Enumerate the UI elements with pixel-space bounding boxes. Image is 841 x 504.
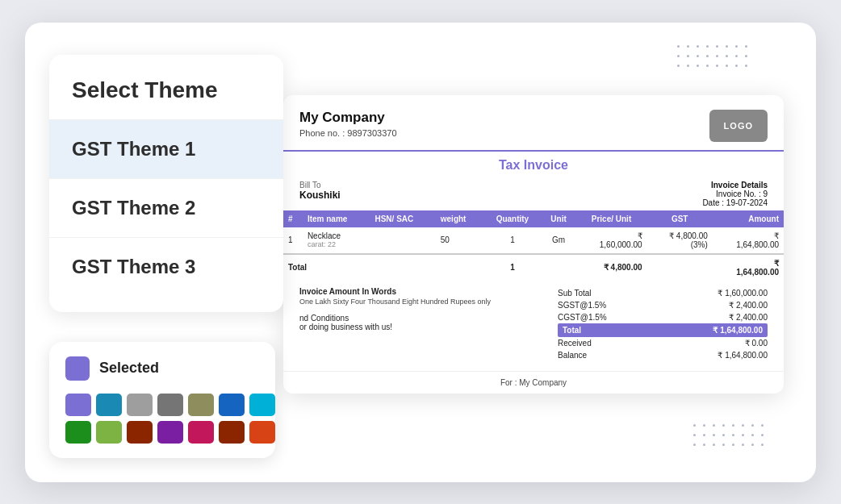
color-swatch-9[interactable]: [127, 421, 153, 444]
dots-bottom-right: [693, 424, 768, 450]
received-label: Received: [558, 339, 592, 348]
total-gst: [647, 254, 713, 281]
table-header-row: # Item name HSN/ SAC weight Quantity Uni…: [283, 210, 784, 227]
subtotal-label: Sub Total: [558, 289, 592, 298]
balance-value: ₹ 1,64,800.00: [718, 351, 768, 360]
color-swatch-2[interactable]: [127, 394, 153, 416]
col-item: Item name: [303, 210, 370, 227]
color-swatch-11[interactable]: [188, 421, 214, 444]
total-amount: ₹1,64,800.00: [713, 254, 784, 281]
color-swatch-1[interactable]: [96, 394, 122, 416]
cell-qty: 1: [483, 227, 541, 254]
terms-section: nd Conditions or doing business with us!: [299, 314, 558, 331]
company-name: My Company: [299, 110, 397, 126]
col-qty: Quantity: [483, 210, 541, 227]
cgst-row: CGST@1.5% ₹ 2,400.00: [558, 311, 768, 323]
terms-text: or doing business with us!: [299, 323, 558, 331]
cgst-value: ₹ 2,400.00: [729, 313, 768, 322]
cell-price: ₹1,60,000.00: [575, 227, 646, 254]
cell-gst: ₹ 4,800.00(3%): [647, 227, 713, 254]
cell-amount: ₹1,64,800.00: [713, 227, 784, 254]
bill-to-name: Koushiki: [299, 190, 341, 201]
cell-num: 1: [283, 227, 303, 254]
color-swatch-4[interactable]: [188, 394, 214, 416]
sgst-value: ₹ 2,400.00: [729, 301, 768, 310]
color-swatch-6[interactable]: [249, 394, 275, 416]
summary-right: Sub Total ₹ 1,60,000.00 SGST@1.5% ₹ 2,40…: [558, 287, 768, 361]
invoice-title: Tax Invoice: [283, 152, 784, 177]
item-sub: carat: 22: [308, 240, 366, 248]
color-swatch-10[interactable]: [157, 421, 183, 444]
balance-row: Balance ₹ 1,64,800.00: [558, 349, 768, 361]
cell-unit: Gm: [542, 227, 576, 254]
dots-top-right: // Will be generated inline: [677, 45, 751, 71]
invoice-summary: Invoice Amount In Words One Lakh Sixty F…: [283, 281, 784, 368]
subtotal-value: ₹ 1,60,000.00: [718, 289, 768, 298]
company-info: My Company Phone no. : 9897303370: [299, 110, 397, 138]
logo-box: LOGO: [709, 110, 768, 142]
selected-row: Selected: [65, 356, 259, 381]
bill-to-label: Bill To: [299, 181, 341, 190]
subtotal-row: Sub Total ₹ 1,60,000.00: [558, 287, 768, 299]
col-unit: Unit: [542, 210, 576, 227]
col-amount: Amount: [713, 210, 784, 227]
sgst-label: SGST@1.5%: [558, 301, 606, 310]
invoice-card: My Company Phone no. : 9897303370 LOGO T…: [283, 95, 784, 394]
total-qty: 1: [483, 254, 541, 281]
color-swatch-13[interactable]: [249, 421, 275, 444]
invoice-table: # Item name HSN/ SAC weight Quantity Uni…: [283, 210, 784, 281]
color-grid: [65, 394, 259, 444]
balance-label: Balance: [558, 351, 587, 360]
selected-label: Selected: [99, 360, 159, 377]
col-weight: weight: [436, 210, 483, 227]
main-container: // Will be generated inline Select Theme…: [25, 23, 816, 482]
cell-item: Necklace carat: 22: [303, 227, 370, 254]
invoice-date: Date : 19-07-2024: [702, 198, 768, 207]
color-swatch-3[interactable]: [157, 394, 183, 416]
selected-swatch: [65, 356, 90, 381]
invoice-details-label: Invoice Details: [702, 181, 768, 190]
color-swatch-12[interactable]: [219, 421, 245, 444]
total-row: Total 1 ₹ 4,800.00 ₹1,64,800.00: [283, 254, 784, 281]
color-swatch-8[interactable]: [96, 421, 122, 444]
theme-panel-title: Select Theme: [49, 77, 283, 119]
total-label: Total: [283, 254, 483, 281]
company-phone: Phone no. : 9897303370: [299, 128, 397, 138]
col-num: #: [283, 210, 303, 227]
theme-panel: Select Theme GST Theme 1 GST Theme 2 GST…: [49, 55, 283, 312]
received-value: ₹ 0.00: [745, 339, 768, 348]
total-price: ₹ 4,800.00: [575, 254, 646, 281]
total-highlighted-row: Total ₹ 1,64,800.00: [558, 323, 768, 337]
color-swatch-5[interactable]: [219, 394, 245, 416]
color-swatch-7[interactable]: [65, 421, 91, 444]
total-hl-label: Total: [563, 326, 581, 335]
color-panel: Selected: [49, 342, 275, 458]
bill-to-section: Bill To Koushiki: [299, 181, 341, 207]
cell-weight: 50: [436, 227, 483, 254]
total-hl-value: ₹ 1,64,800.00: [713, 326, 763, 335]
theme-item-1[interactable]: GST Theme 1: [49, 119, 283, 178]
cgst-label: CGST@1.5%: [558, 313, 607, 322]
invoice-footer: For : My Company: [283, 371, 784, 394]
summary-left: Invoice Amount In Words One Lakh Sixty F…: [299, 287, 558, 361]
invoice-bill-row: Bill To Koushiki Invoice Details Invoice…: [283, 177, 784, 210]
invoice-header: My Company Phone no. : 9897303370 LOGO: [283, 95, 784, 152]
received-row: Received ₹ 0.00: [558, 337, 768, 349]
sgst-row: SGST@1.5% ₹ 2,400.00: [558, 299, 768, 311]
item-name: Necklace: [308, 231, 366, 240]
theme-item-3[interactable]: GST Theme 3: [49, 237, 283, 296]
amount-words-text: One Lakh Sixty Four Thousand Eight Hundr…: [299, 298, 558, 306]
col-hsn: HSN/ SAC: [370, 210, 435, 227]
col-gst: GST: [647, 210, 713, 227]
total-unit: [542, 254, 576, 281]
col-price: Price/ Unit: [575, 210, 646, 227]
color-swatch-0[interactable]: [65, 394, 91, 416]
amount-words-title: Invoice Amount In Words: [299, 287, 558, 296]
terms-title: nd Conditions: [299, 314, 558, 323]
invoice-no: Invoice No. : 9: [702, 190, 768, 198]
cell-hsn: [370, 227, 435, 254]
theme-item-2[interactable]: GST Theme 2: [49, 178, 283, 237]
table-row: 1 Necklace carat: 22 50 1 Gm ₹1,60,000.0…: [283, 227, 784, 254]
invoice-details: Invoice Details Invoice No. : 9 Date : 1…: [702, 181, 768, 207]
